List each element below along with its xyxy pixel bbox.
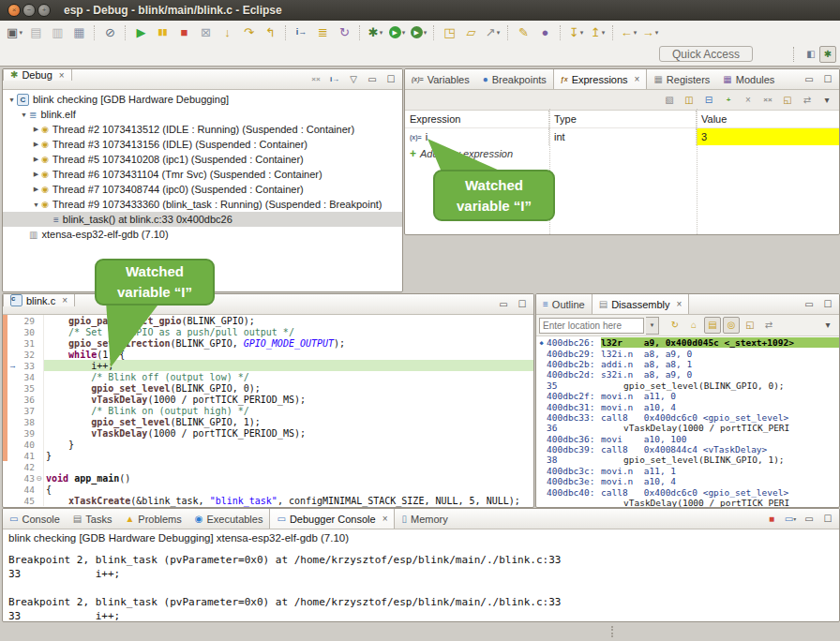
window-close-button[interactable]: × bbox=[8, 4, 21, 17]
column-header-type[interactable]: Type bbox=[549, 111, 697, 127]
column-divider[interactable] bbox=[697, 109, 698, 234]
close-tab-icon[interactable]: × bbox=[382, 514, 388, 524]
step-over-button[interactable]: ↷ bbox=[238, 22, 260, 43]
tree-twistie-icon[interactable]: ▶ bbox=[31, 156, 41, 163]
tab-console[interactable]: ▭Console bbox=[3, 509, 67, 529]
toggle-mark-occurrences-button[interactable]: ● bbox=[534, 22, 556, 43]
show-logical-structure-button[interactable]: ◫ bbox=[681, 92, 698, 109]
run-button[interactable]: ▶▾ bbox=[386, 22, 408, 43]
debug-tree-item[interactable]: ▶◉Thread #2 1073413512 (IDLE : Running) … bbox=[3, 122, 402, 137]
tree-twistie-icon[interactable]: ▼ bbox=[19, 112, 29, 118]
debug-tree-item[interactable]: ▼◉Thread #9 1073433360 (blink_task : Run… bbox=[3, 197, 402, 212]
debug-tree-item[interactable]: ▼≣blink.elf bbox=[3, 107, 402, 122]
console-output[interactable]: Breakpoint 2, blink_task (pvParameter=0x… bbox=[3, 547, 839, 622]
build-all-button[interactable]: ▦ bbox=[68, 22, 90, 43]
tab-expressions[interactable]: ƒxExpressions× bbox=[553, 69, 648, 89]
tree-twistie-icon[interactable]: ▶ bbox=[31, 186, 41, 193]
coverage-button[interactable]: ▶▾ bbox=[408, 22, 429, 43]
show-type-names-button[interactable]: ▧ bbox=[661, 92, 678, 109]
suspend-button[interactable]: ▮▮ bbox=[152, 22, 173, 43]
save-all-button[interactable]: ▥ bbox=[47, 22, 68, 43]
show-debug-flow-button[interactable]: ≣ bbox=[312, 22, 334, 43]
skip-all-breakpoints-button[interactable]: ⊘ bbox=[99, 22, 121, 43]
expression-value[interactable]: 3 bbox=[697, 128, 839, 145]
minimize-button[interactable]: ▭ bbox=[495, 296, 512, 313]
new-view-button[interactable]: ◱ bbox=[742, 317, 758, 334]
debug-tree-item[interactable]: ▶◉Thread #5 1073410208 (ipc1) (Suspended… bbox=[3, 152, 402, 167]
tab-registers[interactable]: ▦Registers bbox=[647, 69, 716, 89]
view-menu-button[interactable]: ▽ bbox=[345, 71, 362, 88]
debug-tree-item[interactable]: ≡blink_task() at blink.c:33 0x400dbc26 bbox=[3, 212, 402, 227]
back-button[interactable]: ←▾ bbox=[618, 22, 639, 43]
maximize-button[interactable]: ☐ bbox=[382, 71, 399, 88]
track-pc-button[interactable]: ◎ bbox=[723, 317, 740, 334]
tree-twistie-icon[interactable]: ▼ bbox=[31, 201, 41, 208]
forward-button[interactable]: →▾ bbox=[639, 22, 661, 43]
debug-tree-item[interactable]: ▼Cblink checking [GDB Hardware Debugging… bbox=[3, 92, 402, 107]
remove-all-terminated-button[interactable]: ×× bbox=[308, 71, 324, 88]
location-input[interactable] bbox=[539, 318, 644, 334]
column-header-value[interactable]: Value bbox=[697, 111, 839, 127]
tab-memory[interactable]: ▯Memory bbox=[395, 509, 454, 529]
tab-disassembly[interactable]: ▤Disassembly× bbox=[592, 294, 690, 314]
link-with-view-button[interactable]: ⇄ bbox=[760, 317, 777, 334]
pin-down-annotation-button[interactable]: ↧▾ bbox=[565, 22, 587, 43]
debug-tree-item[interactable]: ▥xtensa-esp32-elf-gdb (7.10) bbox=[3, 227, 402, 242]
tab-outline[interactable]: ≡Outline bbox=[536, 294, 592, 314]
trace-control-button[interactable]: ↻ bbox=[334, 22, 355, 43]
close-tab-icon[interactable]: × bbox=[59, 70, 65, 81]
instruction-pointer-icon[interactable]: → bbox=[8, 361, 18, 370]
minimize-button[interactable]: ▭ bbox=[801, 511, 818, 528]
add-expression-button[interactable]: + bbox=[720, 92, 737, 109]
code-editor[interactable]: 29 gpio_pad_select_gpio(BLINK_GPIO);30 /… bbox=[3, 315, 533, 506]
close-tab-icon[interactable]: × bbox=[62, 295, 68, 306]
terminate-button[interactable]: ■ bbox=[173, 22, 195, 43]
display-selected-console-button[interactable]: ▭▾ bbox=[782, 511, 799, 528]
tree-twistie-icon[interactable]: ▶ bbox=[31, 141, 41, 148]
open-perspective-button[interactable]: ◧ bbox=[802, 46, 819, 63]
disconnect-button[interactable]: ⊠ bbox=[195, 22, 217, 43]
window-minimize-button[interactable]: − bbox=[22, 4, 36, 17]
maximize-button[interactable]: ☐ bbox=[819, 71, 836, 88]
refresh-button[interactable]: ↻ bbox=[667, 317, 683, 334]
show-source-button[interactable]: ▤ bbox=[704, 317, 721, 334]
tree-twistie-icon[interactable]: ▶ bbox=[31, 126, 41, 133]
maximize-button[interactable]: ☐ bbox=[514, 296, 531, 313]
save-button[interactable]: ▤ bbox=[25, 22, 47, 43]
instruction-stepping-button[interactable]: i→ bbox=[291, 22, 312, 43]
disassembly-listing[interactable]: ◆400dbc26:l32r a9, 0x400d045c <_stext+10… bbox=[536, 336, 839, 508]
window-maximize-button[interactable]: + bbox=[38, 4, 51, 17]
tab-blink-c[interactable]: cblink.c× bbox=[3, 294, 75, 306]
view-menu-button[interactable]: ▾ bbox=[818, 92, 835, 109]
new-view-button[interactable]: ◱ bbox=[779, 92, 796, 109]
open-element-button[interactable]: ◳ bbox=[439, 22, 460, 43]
debug-tree-item[interactable]: ▶◉Thread #3 1073413156 (IDLE) (Suspended… bbox=[3, 137, 402, 152]
minimize-button[interactable]: ▭ bbox=[801, 71, 818, 88]
fold-collapse-icon[interactable]: ⊖ bbox=[35, 474, 43, 483]
tree-twistie-icon[interactable]: ▶ bbox=[31, 171, 41, 178]
pin-up-annotation-button[interactable]: ↥▾ bbox=[587, 22, 608, 43]
tab-variables[interactable]: (x)=Variables bbox=[405, 69, 476, 89]
launch-configuration-button[interactable]: ↗▾ bbox=[482, 22, 503, 43]
tab-tasks[interactable]: ▤Tasks bbox=[67, 509, 119, 529]
instruction-stepping-mode-button[interactable]: i→ bbox=[326, 71, 343, 88]
open-resource-button[interactable]: ▱ bbox=[460, 22, 482, 43]
debug-button[interactable]: ✱▾ bbox=[365, 22, 386, 43]
close-tab-icon[interactable]: × bbox=[677, 299, 682, 309]
tab-debug[interactable]: ✱Debug× bbox=[3, 69, 72, 81]
column-header-expression[interactable]: Expression bbox=[405, 111, 549, 127]
debug-perspective-button[interactable]: ✱ bbox=[819, 46, 836, 63]
new-wizard-button[interactable]: ▣▾ bbox=[4, 22, 25, 43]
debug-tree-item[interactable]: ▶◉Thread #7 1073408744 (ipc0) (Suspended… bbox=[3, 182, 402, 197]
minimize-button[interactable]: ▭ bbox=[801, 296, 818, 313]
quick-access-button[interactable]: Quick Access bbox=[659, 46, 753, 62]
tab-problems[interactable]: ▲Problems bbox=[118, 509, 188, 529]
debug-tree-item[interactable]: ▶◉Thread #6 1073431104 (Tmr Svc) (Suspen… bbox=[3, 167, 402, 182]
format-button[interactable]: ✎ bbox=[513, 22, 534, 43]
remove-expression-button[interactable]: × bbox=[740, 92, 757, 109]
view-menu-button[interactable]: ▾ bbox=[819, 317, 836, 334]
location-dropdown-icon[interactable]: ▼ bbox=[646, 317, 659, 335]
resume-button[interactable]: ▶ bbox=[130, 22, 152, 43]
maximize-button[interactable]: ☐ bbox=[819, 511, 836, 528]
minimize-button[interactable]: ▭ bbox=[364, 71, 381, 88]
